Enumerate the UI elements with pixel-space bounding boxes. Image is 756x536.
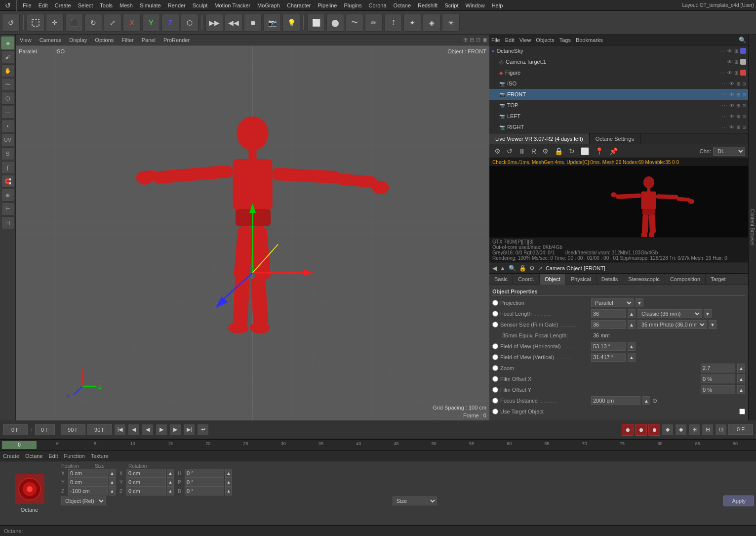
attr-pos-y-arrow[interactable]: ▲: [109, 478, 116, 487]
fx-btn[interactable]: ✦: [403, 14, 421, 32]
apply-button[interactable]: Apply: [723, 495, 754, 506]
menu-tools[interactable]: Tools: [97, 1, 116, 9]
y-axis-btn[interactable]: Y: [142, 14, 160, 32]
attr-size-y-input[interactable]: [126, 478, 166, 487]
prop-input-fovv[interactable]: [591, 353, 626, 362]
lock-icon-6[interactable]: ⊞: [736, 103, 740, 108]
cube-btn[interactable]: ⬜: [307, 14, 325, 32]
prop-input-sensor[interactable]: [591, 320, 626, 329]
tool-point[interactable]: •: [1, 120, 14, 132]
menu-motion-tracker[interactable]: Motion Tracker: [211, 1, 253, 9]
anim-icon2[interactable]: ⊟: [702, 424, 714, 436]
eye-icon-7[interactable]: 👁: [729, 114, 734, 119]
eye-icon-1[interactable]: 👁: [727, 48, 732, 54]
prop-nav-settings[interactable]: ⚙: [529, 265, 535, 272]
lv-btn-pin[interactable]: 📍: [593, 146, 605, 156]
attr-rot-h-input[interactable]: [185, 469, 224, 478]
tool-mirror[interactable]: ⊢: [1, 203, 14, 215]
vp-menu-cameras[interactable]: Cameras: [38, 37, 64, 43]
attr-pos-x-input[interactable]: [68, 469, 108, 478]
prop-nav-search[interactable]: 🔍: [509, 265, 516, 272]
prop-projection-arrow[interactable]: ▼: [636, 298, 643, 307]
viewport-icon-2[interactable]: ⊟: [470, 37, 474, 43]
sphere-btn[interactable]: ⬤: [326, 14, 344, 32]
lv-chn-select[interactable]: DL Beauty: [713, 147, 745, 156]
menu-sculpt[interactable]: Sculpt: [190, 1, 211, 9]
tool-sculpt2[interactable]: ✋: [1, 64, 14, 77]
ob-menu-tags[interactable]: Tags: [559, 37, 571, 43]
viewport-icon-4[interactable]: ▣: [482, 37, 487, 43]
ob-menu-file[interactable]: File: [491, 37, 500, 43]
anim-record-pos[interactable]: ⏺: [622, 424, 634, 436]
anim-loop[interactable]: ↩: [197, 424, 209, 436]
lv-render-canvas[interactable]: [489, 166, 748, 237]
prop-radio-fovv[interactable]: [492, 354, 498, 360]
lock-icon-5[interactable]: ⊞: [736, 92, 740, 97]
vp-menu-options[interactable]: Options: [93, 37, 116, 43]
move-btn[interactable]: ✛: [46, 14, 64, 32]
attr-size-y-arrow[interactable]: ▲: [167, 478, 174, 487]
menu-octane[interactable]: Octane: [391, 1, 414, 9]
prop-arrow-fovv[interactable]: ▲: [628, 353, 636, 362]
record-btn[interactable]: ⏺: [244, 14, 262, 32]
lock-icon-4[interactable]: ⊞: [736, 81, 740, 86]
anim-record-rot[interactable]: ⏺: [635, 424, 647, 436]
x-axis-btn[interactable]: X: [123, 14, 141, 32]
prop-tab-physical[interactable]: Physical: [566, 274, 597, 285]
attr-size-select[interactable]: Size: [393, 496, 437, 505]
anim-keyframe[interactable]: ◆: [662, 424, 674, 436]
prop-arrow-focusdist[interactable]: ▲: [642, 396, 650, 405]
octane-icon[interactable]: [15, 474, 44, 504]
menu-window[interactable]: Window: [463, 1, 488, 9]
prop-arrow-focal-type[interactable]: ▼: [704, 309, 712, 318]
camera-btn[interactable]: 📷: [263, 14, 281, 32]
prop-radio-focusdist[interactable]: [492, 398, 498, 404]
tool-s[interactable]: S: [1, 147, 14, 160]
prop-arrow-fovh[interactable]: ▲: [628, 342, 636, 351]
object-row-camera-target[interactable]: ◎ Camera.Target.1 ··· 👁 ⊞: [489, 56, 748, 67]
prop-arrow-filmosx[interactable]: ▲: [737, 374, 745, 383]
anim-step-forward[interactable]: ▶: [169, 424, 181, 436]
timeline-marker[interactable]: 0: [2, 441, 37, 449]
menu-mesh[interactable]: Mesh: [117, 1, 136, 9]
prop-select-projection[interactable]: Parallel Perspective: [591, 298, 634, 307]
anim-frame-preview[interactable]: [61, 424, 85, 435]
eye-icon-8[interactable]: 👁: [729, 124, 734, 130]
prop-tab-coord[interactable]: Coord.: [513, 274, 540, 285]
attr-pos-z-input[interactable]: [68, 487, 108, 495]
prop-checkbox-usetarget[interactable]: [739, 409, 745, 414]
attr-rot-b-arrow[interactable]: ▲: [225, 487, 232, 495]
prop-tab-basic[interactable]: Basic: [489, 274, 513, 285]
eye-icon-4[interactable]: 👁: [729, 81, 734, 86]
attr-size-z-arrow[interactable]: ▲: [167, 487, 174, 495]
prop-arrow-sensor[interactable]: ▲: [628, 320, 636, 329]
prop-arrow-focal[interactable]: ▲: [628, 309, 636, 318]
lv-btn-settings[interactable]: ⚙: [540, 146, 551, 156]
anim-icon3[interactable]: ⊡: [715, 424, 727, 436]
lock-icon-8[interactable]: ⊞: [736, 124, 740, 130]
prop-nav-left[interactable]: ◀: [492, 265, 497, 272]
prop-input-focusdist[interactable]: [591, 396, 640, 405]
menu-render[interactable]: Render: [165, 1, 189, 9]
viewport-icon-1[interactable]: ⊞: [463, 37, 468, 43]
object-row-octanesky[interactable]: ● OctaneSky ··· 👁 ⊞: [489, 45, 748, 56]
ob-search-btn[interactable]: 🔍: [739, 37, 746, 43]
menu-plugins[interactable]: Plugins: [341, 1, 364, 9]
prop-input-focal[interactable]: [591, 309, 626, 318]
xp-menu-function[interactable]: Function: [64, 453, 84, 459]
prop-radio-zoom[interactable]: [492, 365, 498, 371]
object-row-iso[interactable]: 📷 ISO ··· 👁 ⊞ ⊙: [489, 78, 748, 89]
tool-magnet[interactable]: 🧲: [1, 175, 14, 188]
undo-btn[interactable]: ↺: [2, 1, 14, 10]
prop-tab-composition[interactable]: Composition: [665, 274, 706, 285]
prop-nav-up[interactable]: ▲: [500, 265, 506, 272]
lv-btn-pin2[interactable]: 📌: [607, 146, 620, 156]
vp-menu-filter[interactable]: Filter: [119, 37, 135, 43]
lv-btn-render[interactable]: ⚙: [492, 146, 503, 156]
attr-pos-y-input[interactable]: [68, 478, 108, 487]
anim-frame-display[interactable]: [728, 424, 753, 435]
lv-btn-pause[interactable]: ⏸: [517, 146, 527, 156]
prop-input-filmosy[interactable]: [701, 385, 735, 394]
tool-spline2[interactable]: 〜: [1, 78, 14, 91]
deform-btn[interactable]: ⤴: [384, 14, 402, 32]
